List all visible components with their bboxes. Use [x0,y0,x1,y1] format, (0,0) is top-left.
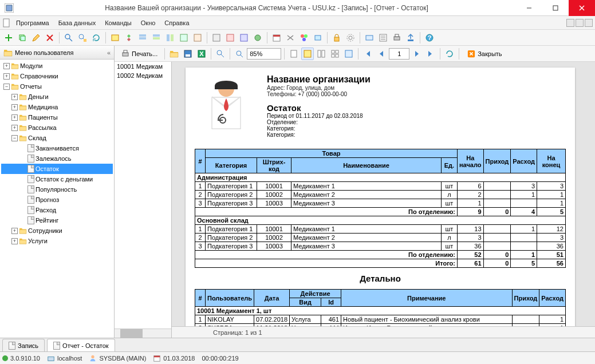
tree-wh-remain-money[interactable]: Остаток с деньгами [1,174,113,184]
save-icon[interactable] [182,48,194,60]
report-period: Период от 01.11.2017 до 02.03.2018 [267,113,566,119]
last-page-icon[interactable] [424,48,437,60]
tree-warehouse[interactable]: −Склад [1,133,113,143]
zoom-page-icon[interactable] [287,48,300,60]
tree-wh-ending[interactable]: Заканчивается [1,143,113,153]
tree-modules[interactable]: +Модули [1,61,113,71]
menu-help[interactable]: Справка [160,18,194,28]
page-icon [27,155,34,163]
report-close-button[interactable]: Закрыть [462,48,507,60]
tree-wh-forecast[interactable]: Прогноз [1,195,113,205]
mdi-minimize-icon[interactable] [566,19,574,27]
tool-f-icon[interactable] [178,31,190,44]
filter-button[interactable] [76,31,89,44]
open-icon[interactable] [168,48,180,60]
tool-j-icon[interactable] [238,31,250,44]
menu-program[interactable]: Программа [11,18,54,28]
tree-money[interactable]: +Деньги [1,92,113,102]
minimize-button[interactable] [516,0,542,16]
refresh-button[interactable] [90,31,103,44]
tool-k-icon[interactable] [251,31,264,44]
report-scroll[interactable]: Название организации Адрес: Город, улица… [172,62,595,326]
svg-rect-17 [213,34,220,41]
view-normal-icon[interactable] [301,48,314,60]
palette-icon[interactable] [298,31,310,44]
tree-refs[interactable]: +Справочники [1,71,113,81]
next-page-icon[interactable] [411,48,423,60]
report-address: Адрес: Город, улица, дом [267,85,566,91]
tool-m-icon[interactable] [363,31,376,44]
tree-wh-remain[interactable]: Остаток [1,164,113,174]
report-refresh-icon[interactable] [443,48,456,60]
zoom-tool-icon[interactable] [214,48,227,60]
svg-rect-32 [394,37,400,40]
tool-i-icon[interactable] [224,31,237,44]
zoom-fit-icon[interactable] [233,48,246,60]
svg-text:?: ? [428,34,432,41]
mdi-restore-icon[interactable] [576,19,584,27]
report-title: Остаток [267,103,566,113]
add-button[interactable] [2,31,15,44]
zoom-input[interactable] [247,48,281,60]
tree-medicine[interactable]: +Медицина [1,102,113,112]
tree-services[interactable]: +Услуги [1,236,113,246]
brush-icon[interactable] [312,31,324,44]
horizontal-scrollbar[interactable] [115,329,171,338]
svg-point-59 [92,355,94,358]
list-item[interactable]: 10001 Медикам [115,62,171,71]
copy-button[interactable] [16,31,29,44]
prev-page-icon[interactable] [375,48,388,60]
export-excel-icon[interactable]: X [195,48,208,60]
first-page-icon[interactable] [361,48,374,60]
svg-rect-10 [139,37,146,39]
settings-icon[interactable] [284,31,297,44]
tab-report[interactable]: Отчет - Остаток [47,339,115,351]
gear-icon[interactable] [344,31,357,44]
navigation-tree[interactable]: +Модули +Справочники −Отчеты +Деньги +Ме… [0,60,114,338]
tree-wh-expense[interactable]: Расход [1,205,113,215]
tree-staff[interactable]: +Сотрудники [1,225,113,236]
help-icon[interactable]: ? [423,31,436,44]
tree-mailing[interactable]: +Рассылка [1,122,113,133]
tree-patients[interactable]: +Пациенты [1,112,113,122]
tool-g-icon[interactable] [191,31,204,44]
tool-h-icon[interactable] [210,31,223,44]
delete-button[interactable] [44,31,56,44]
svg-rect-18 [227,34,234,41]
tool-b-icon[interactable] [123,31,135,44]
tool-a-icon[interactable] [109,31,121,44]
tree-wh-stale[interactable]: Залежалось [1,153,113,164]
svg-rect-47 [318,50,321,57]
svg-rect-16 [194,34,201,41]
svg-point-43 [217,50,222,55]
page-input[interactable] [389,48,409,60]
print-button[interactable]: Печать... [117,48,161,60]
mdi-close-icon[interactable] [585,19,593,27]
tool-n-icon[interactable] [377,31,389,44]
maximize-button[interactable] [542,0,569,16]
tool-d-icon[interactable] [150,31,163,44]
view-grid-icon[interactable] [329,48,341,60]
menu-database[interactable]: База данных [54,18,101,28]
edit-button[interactable] [30,31,42,44]
tree-reports[interactable]: −Отчеты [1,81,113,92]
list-item[interactable]: 10002 Медикам [115,71,171,80]
view-2col-icon[interactable] [315,48,328,60]
menu-commands[interactable]: Команды [100,18,136,28]
tree-wh-popular[interactable]: Популярность [1,184,113,195]
tree-wh-rating[interactable]: Рейтинг [1,215,113,225]
export-icon[interactable] [404,31,417,44]
collapse-arrow-icon[interactable]: « [107,49,111,56]
lock-icon[interactable] [330,31,343,44]
print-icon[interactable] [391,31,403,44]
folder-icon [11,73,19,80]
tool-c-icon[interactable] [136,31,149,44]
svg-rect-51 [332,54,334,57]
calendar-icon[interactable] [270,31,283,44]
search-button[interactable] [62,31,75,44]
menu-window[interactable]: Окно [136,18,160,28]
tab-record[interactable]: Запись [2,339,45,351]
view-list-icon[interactable] [342,48,355,60]
tool-e-icon[interactable] [164,31,176,44]
close-button[interactable] [569,0,595,16]
